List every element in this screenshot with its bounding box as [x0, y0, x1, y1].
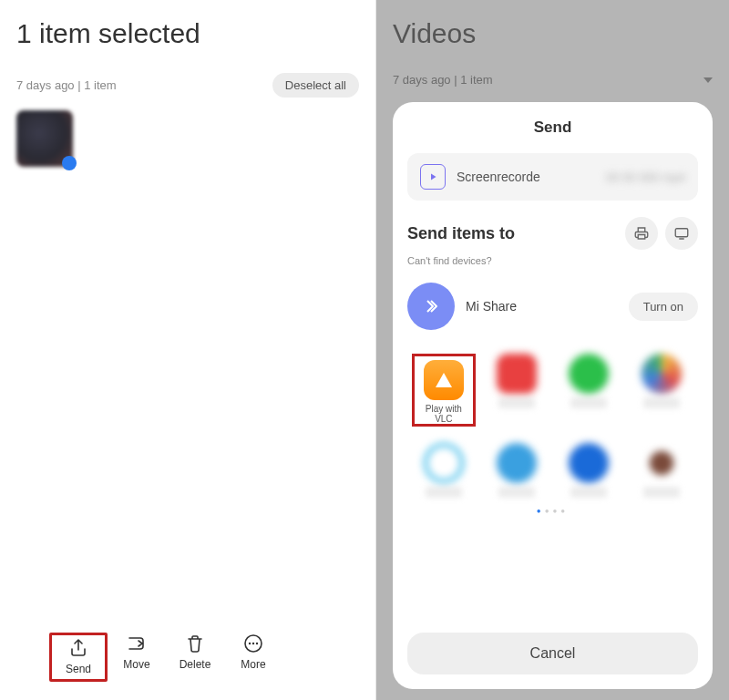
selection-meta-row: 7 days ago | 1 item Deselect all: [16, 73, 359, 98]
video-group-header[interactable]: 7 days ago | 1 item: [393, 73, 713, 87]
svg-rect-4: [675, 229, 688, 237]
more-button[interactable]: More: [224, 633, 282, 682]
group-meta: 7 days ago | 1 item: [393, 73, 493, 87]
app-label-obscured: [570, 487, 607, 498]
video-file-icon: [420, 164, 446, 190]
app-target-obscured[interactable]: [557, 443, 621, 498]
app-label-obscured: [498, 487, 535, 498]
more-icon: [242, 633, 264, 654]
print-icon: [633, 225, 650, 242]
app-target-obscured[interactable]: [630, 354, 693, 427]
app-label-obscured: [643, 397, 680, 408]
mishare-label: Mi Share: [466, 299, 618, 314]
svg-point-1: [249, 643, 251, 644]
cast-button[interactable]: [665, 217, 698, 250]
mishare-icon: [407, 283, 455, 330]
selected-badge: [62, 156, 77, 170]
svg-point-3: [256, 643, 258, 644]
sheet-title: Send: [407, 118, 698, 137]
file-meta-obscured: 00 00 000 mp4: [606, 170, 685, 184]
app-target-obscured[interactable]: [485, 443, 549, 498]
print-button[interactable]: [625, 217, 658, 250]
vlc-icon: [424, 360, 464, 400]
selection-meta: 7 days ago | 1 item: [16, 78, 117, 92]
cancel-button[interactable]: Cancel: [407, 633, 698, 674]
send-button[interactable]: Send: [49, 633, 108, 682]
app-target-obscured[interactable]: [412, 443, 476, 498]
page-title: Videos: [393, 18, 713, 49]
share-sheet: Send Screenrecorde 00 00 000 mp4 Send it…: [393, 102, 713, 689]
mishare-row: Mi Share Turn on: [407, 283, 698, 330]
app-target-obscured[interactable]: [630, 443, 693, 498]
svg-point-2: [252, 643, 254, 644]
deselect-all-button[interactable]: Deselect all: [272, 73, 359, 98]
share-icon: [67, 637, 89, 659]
move-icon: [126, 633, 148, 654]
trash-icon: [184, 633, 206, 654]
app-label-obscured: [643, 487, 680, 498]
move-label: Move: [123, 658, 149, 671]
delete-label: Delete: [180, 658, 211, 671]
more-label: More: [241, 658, 265, 671]
send-to-subtitle[interactable]: Can't find devices?: [407, 255, 698, 266]
share-app-grid: Play with VLC: [407, 354, 698, 498]
delete-button[interactable]: Delete: [166, 633, 224, 682]
mishare-turn-on-button[interactable]: Turn on: [629, 293, 698, 321]
app-label-obscured: [426, 487, 462, 498]
chevron-down-icon: [703, 77, 713, 83]
file-name: Screenrecorde: [457, 170, 540, 184]
selected-file-row[interactable]: Screenrecorde 00 00 000 mp4: [407, 153, 698, 201]
bottom-action-bar: Send Move Delete More: [16, 623, 359, 700]
app-vlc[interactable]: Play with VLC: [412, 354, 476, 427]
app-target-obscured[interactable]: [557, 354, 621, 427]
videos-screen: Videos 7 days ago | 1 item Send Screenre…: [376, 0, 729, 700]
send-label: Send: [66, 663, 91, 675]
vlc-label: Play with VLC: [418, 404, 469, 424]
page-indicator: ●●●●: [407, 507, 698, 515]
page-title: 1 item selected: [16, 18, 359, 49]
app-label-obscured: [570, 397, 607, 408]
move-button[interactable]: Move: [108, 633, 166, 682]
send-to-header: Send items to: [407, 217, 698, 250]
send-to-title: Send items to: [407, 224, 515, 243]
video-thumbnail[interactable]: [16, 110, 73, 167]
app-target-obscured[interactable]: [485, 354, 549, 427]
screen-icon: [673, 225, 690, 242]
gallery-selection-screen: 1 item selected 7 days ago | 1 item Dese…: [0, 0, 376, 700]
app-label-obscured: [498, 397, 535, 408]
